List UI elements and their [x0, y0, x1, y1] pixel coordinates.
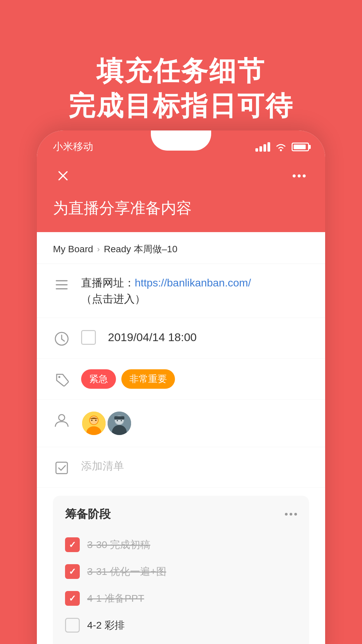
task-title: 为直播分享准备内容 — [53, 198, 309, 219]
check-empty-3[interactable] — [65, 618, 80, 633]
description-label: 直播网址： — [81, 277, 135, 289]
promo-line1: 填充任务细节 — [0, 54, 362, 89]
phone-mockup: 小米移动 — [37, 130, 325, 644]
checklist-item-text-2: 4-1 准备PPT — [87, 592, 144, 605]
description-row: 直播网址：https://banlikanban.com/ （点击进入） — [37, 264, 325, 318]
tags-row: 紧急 非常重要 — [37, 359, 325, 400]
status-icons — [255, 142, 309, 152]
checklist-item-text-0: 3-30 完成初稿 — [87, 538, 150, 552]
task-title-bar: 为直播分享准备内容 — [37, 198, 325, 232]
avatar-male[interactable] — [107, 411, 132, 436]
status-bar: 小米移动 — [37, 130, 325, 159]
wifi-icon — [275, 142, 287, 152]
svg-rect-24 — [56, 462, 67, 474]
svg-point-23 — [121, 420, 122, 421]
tags-container: 紧急 非常重要 — [81, 369, 175, 389]
add-checklist-label[interactable]: 添加清单 — [81, 458, 309, 474]
svg-line-8 — [62, 339, 64, 341]
checklist-title: 筹备阶段 — [65, 506, 111, 522]
promo-line2: 完成目标指日可待 — [0, 89, 362, 123]
app-header — [37, 159, 325, 198]
checklist-section: 筹备阶段 ✓ 3-30 完成初稿 ✓ 3-31 优化一遍+图 — [53, 496, 309, 644]
person-icon — [53, 412, 70, 429]
description-content: 直播网址：https://banlikanban.com/ （点击进入） — [81, 275, 309, 307]
checklist-item-2[interactable]: ✓ 4-1 准备PPT — [65, 585, 297, 612]
checklist-more-button[interactable] — [285, 513, 297, 516]
members-row — [37, 400, 325, 447]
description-icon — [53, 276, 70, 293]
content-area: My Board › Ready 本周做–10 直播网址：https://ban… — [37, 232, 325, 644]
checklist-icon — [53, 459, 70, 477]
notch — [151, 130, 211, 151]
avatar-female[interactable] — [81, 411, 107, 436]
svg-point-10 — [59, 415, 65, 421]
svg-point-0 — [280, 149, 282, 151]
close-button[interactable] — [53, 166, 73, 186]
more-button[interactable] — [289, 166, 309, 186]
battery-icon — [292, 143, 309, 151]
checklist-item-0[interactable]: ✓ 3-30 完成初稿 — [65, 531, 297, 558]
tag-important[interactable]: 非常重要 — [121, 369, 175, 389]
breadcrumb-list[interactable]: Ready 本周做–10 — [104, 243, 177, 256]
svg-point-22 — [117, 420, 118, 421]
tag-icon — [53, 371, 70, 388]
tag-urgent[interactable]: 紧急 — [81, 369, 116, 389]
check-done-0[interactable]: ✓ — [65, 537, 80, 552]
checklist-item-text-3: 4-2 彩排 — [87, 619, 125, 632]
date-text: 2019/04/14 18:00 — [108, 329, 197, 346]
description-link[interactable]: https://banlikanban.com/ — [135, 277, 251, 289]
svg-point-15 — [91, 420, 93, 421]
description-suffix: （点击进入） — [81, 293, 145, 305]
clock-icon — [53, 330, 70, 347]
breadcrumb: My Board › Ready 本周做–10 — [37, 232, 325, 264]
add-checklist-row[interactable]: 添加清单 — [37, 447, 325, 488]
checklist-item-1[interactable]: ✓ 3-31 优化一遍+图 — [65, 558, 297, 585]
svg-rect-21 — [114, 416, 124, 420]
svg-point-16 — [95, 420, 97, 421]
check-done-2[interactable]: ✓ — [65, 591, 80, 606]
svg-point-14 — [90, 416, 98, 424]
checklist-header: 筹备阶段 — [65, 506, 297, 522]
date-row: 2019/04/14 18:00 — [37, 318, 325, 359]
checklist-item-3[interactable]: 4-2 彩排 — [65, 612, 297, 639]
date-content[interactable]: 2019/04/14 18:00 — [81, 329, 309, 346]
avatars-container — [81, 411, 129, 436]
date-checkbox[interactable] — [81, 330, 96, 345]
breadcrumb-board[interactable]: My Board — [53, 244, 93, 255]
carrier-label: 小米移动 — [53, 140, 93, 154]
checklist-item-text-1: 3-31 优化一遍+图 — [87, 565, 166, 579]
promo-area: 填充任务细节 完成目标指日可待 — [0, 0, 362, 150]
signal-icon — [255, 142, 270, 152]
breadcrumb-separator: › — [97, 245, 100, 254]
svg-point-9 — [58, 376, 60, 378]
check-done-1[interactable]: ✓ — [65, 564, 80, 579]
